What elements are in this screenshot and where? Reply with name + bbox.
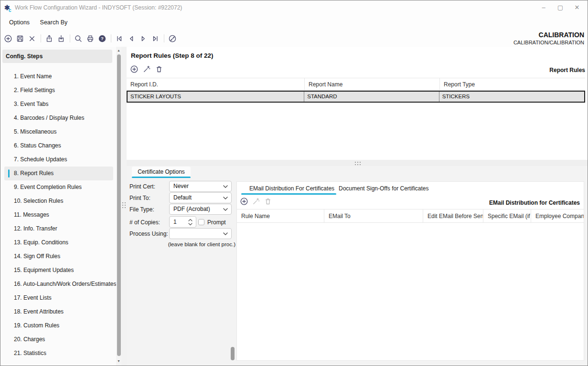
- sidebar-item[interactable]: 9. Event Completion Rules: [0, 180, 116, 194]
- sidebar-item[interactable]: 4. Barcodes / Display Rules: [0, 111, 116, 125]
- toolbar-separator: [41, 34, 41, 42]
- trash-icon[interactable]: [155, 65, 163, 73]
- sidebar-item-label: 16. Auto-Launch/Work Orders/Estimates: [14, 281, 117, 287]
- process-using-label: Process Using:: [129, 230, 168, 237]
- copies-stepper[interactable]: 1: [169, 216, 196, 228]
- maximize-button[interactable]: ▢: [552, 0, 568, 15]
- context-header: CALIBRATION CALIBRATION/CALIBRATION: [513, 31, 584, 45]
- sidebar-item[interactable]: 16. Auto-Launch/Work Orders/Estimates: [0, 277, 116, 291]
- print-cert-label: Print Cert:: [129, 183, 155, 190]
- export-icon[interactable]: [45, 34, 53, 43]
- report-rules-grid-label: Report Rules: [549, 67, 585, 73]
- column-header[interactable]: EMail To: [324, 209, 423, 222]
- save-icon[interactable]: [16, 34, 24, 43]
- tab-email-distribution[interactable]: EMail Distribution For Certificates: [249, 185, 334, 192]
- context-subtitle: CALIBRATION/CALIBRATION: [513, 40, 584, 45]
- previous-record-icon[interactable]: [127, 34, 136, 43]
- sidebar-item-label: 9. Event Completion Rules: [14, 184, 82, 190]
- edit-wand-icon[interactable]: [142, 65, 151, 73]
- vertical-splitter[interactable]: [121, 47, 127, 366]
- column-header[interactable]: Specific EMail (if: [483, 209, 531, 222]
- sidebar-item[interactable]: 1. Event Name: [0, 70, 116, 84]
- sidebar-item[interactable]: 3. Event Tabs: [0, 97, 116, 111]
- column-header[interactable]: Report Name: [305, 78, 440, 90]
- sidebar-item[interactable]: 19. Custom Rules: [0, 319, 116, 333]
- menu-search-by[interactable]: Search By: [40, 15, 68, 30]
- report-rules-section: Report Rules (Step 8 of 22) Report Rules…: [127, 47, 588, 160]
- report-rules-grid: Report I.D.Report NameReport Type STICKE…: [127, 78, 585, 103]
- sidebar-item[interactable]: 6. Status Changes: [0, 139, 116, 153]
- menu-options[interactable]: Options: [9, 15, 30, 30]
- edit-wand-icon[interactable]: [252, 197, 260, 206]
- print-cert-select[interactable]: Never: [169, 181, 232, 192]
- sidebar-item[interactable]: 20. Charges: [0, 333, 116, 346]
- minimize-button[interactable]: –: [535, 0, 552, 15]
- context-title: CALIBRATION: [513, 31, 584, 39]
- sidebar-item[interactable]: 15. Equipment Updates: [0, 263, 116, 277]
- print-icon[interactable]: [86, 34, 95, 43]
- sidebar-item[interactable]: 17. Event Lists: [0, 291, 116, 305]
- step-title: Report Rules (Step 8 of 22): [131, 52, 214, 59]
- print-to-select[interactable]: Default: [169, 192, 232, 203]
- process-using-select[interactable]: [169, 228, 232, 239]
- scroll-down-icon[interactable]: ▼: [116, 359, 121, 363]
- sidebar-item-label: 8. Report Rules: [14, 170, 53, 177]
- sidebar-item-label: 3. Event Tabs: [14, 101, 49, 107]
- column-header[interactable]: Report Type: [440, 78, 585, 90]
- sidebar-item[interactable]: 13. Equip. Conditions: [0, 236, 116, 250]
- form-scrollbar-thumb[interactable]: [231, 347, 235, 360]
- sidebar-item-label: 2. Field Settings: [14, 87, 55, 94]
- sidebar-item[interactable]: 7. Schedule Updates: [0, 153, 116, 167]
- sidebar-item[interactable]: 2. Field Settings: [0, 84, 116, 97]
- table-cell[interactable]: STICKER LAYOUTS: [128, 92, 304, 102]
- column-header[interactable]: Report I.D.: [127, 78, 305, 90]
- sidebar-item-label: 7. Schedule Updates: [14, 156, 67, 163]
- add-icon[interactable]: [240, 197, 248, 206]
- import-icon[interactable]: [57, 34, 65, 43]
- horizontal-splitter[interactable]: [127, 160, 588, 166]
- trash-icon[interactable]: [264, 197, 272, 206]
- sidebar-item[interactable]: 5. Miscellaneous: [0, 125, 116, 139]
- sidebar-item[interactable]: 18. Event Attributes: [0, 305, 116, 319]
- sidebar-item[interactable]: 8. Report Rules: [4, 167, 113, 180]
- scroll-up-icon[interactable]: ▲: [116, 49, 121, 52]
- search-icon[interactable]: [74, 34, 83, 43]
- email-grid-label: EMail Distribution for Certificates: [489, 199, 580, 206]
- sidebar-scrollbar[interactable]: ▲ ▼: [116, 47, 121, 366]
- sidebar-item-label: 10. Selection Rules: [14, 198, 63, 204]
- delete-icon[interactable]: [28, 34, 36, 43]
- file-type-select[interactable]: PDF (Acrobat): [169, 204, 232, 215]
- browse-icon[interactable]: [168, 34, 177, 43]
- add-icon[interactable]: [4, 34, 12, 43]
- sidebar-item-label: 18. Event Attributes: [14, 308, 64, 315]
- sidebar-item-label: 20. Charges: [14, 336, 45, 343]
- column-header[interactable]: Rule Name: [237, 209, 324, 222]
- table-cell[interactable]: STANDARD: [304, 92, 439, 102]
- window-title: Work Flow Configuration Wizard - INDYSOF…: [15, 0, 182, 15]
- next-record-icon[interactable]: [139, 34, 148, 43]
- scrollbar-thumb[interactable]: [117, 54, 121, 356]
- help-icon[interactable]: ?: [98, 34, 107, 43]
- sidebar-item[interactable]: 12. Info. Transfer: [0, 222, 116, 236]
- table-row[interactable]: STICKER LAYOUTSSTANDARDSTICKERS: [127, 91, 585, 103]
- sidebar-item[interactable]: 11. Messages: [0, 208, 116, 222]
- close-button[interactable]: ✕: [569, 0, 585, 15]
- column-header[interactable]: Edit EMail Before Senc: [423, 209, 483, 222]
- tab-certificate-options[interactable]: Certificate Options: [132, 167, 191, 178]
- add-icon[interactable]: [130, 65, 139, 73]
- column-header[interactable]: Employee Compan: [531, 209, 584, 222]
- tab-document-signoffs[interactable]: Document Sign-Offs for Certificates: [339, 185, 429, 192]
- table-cell[interactable]: STICKERS: [439, 92, 584, 102]
- sidebar-item[interactable]: 21. Statistics: [0, 346, 116, 360]
- app-icon: ✱c: [4, 4, 13, 12]
- workflow-wizard-window: { "window": { "title": "Work Flow Config…: [0, 0, 588, 366]
- first-record-icon[interactable]: [115, 34, 124, 43]
- sidebar-item[interactable]: 14. Sign Off Rules: [0, 250, 116, 263]
- email-grid-header: Rule NameEMail ToEdit EMail Before SencS…: [237, 209, 584, 223]
- report-grid-rows: STICKER LAYOUTSSTANDARDSTICKERS: [127, 91, 585, 103]
- prompt-checkbox[interactable]: [198, 219, 204, 225]
- sidebar-item-label: 12. Info. Transfer: [14, 225, 57, 232]
- sidebar-item[interactable]: 10. Selection Rules: [0, 194, 116, 208]
- menu-bar: Options Search By: [0, 15, 588, 30]
- last-record-icon[interactable]: [151, 34, 160, 43]
